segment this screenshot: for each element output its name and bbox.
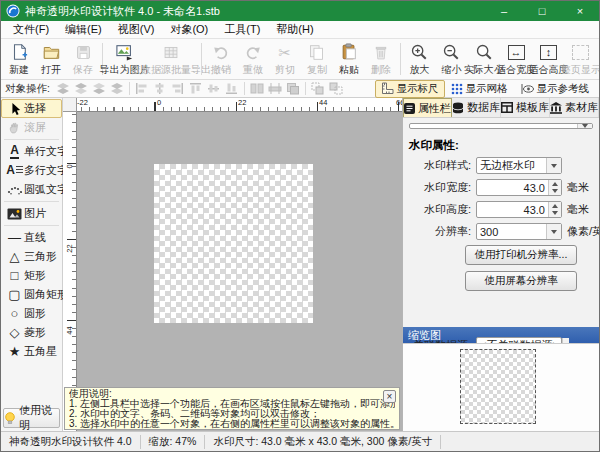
tool-multi-line-text[interactable]: A 多行文字 bbox=[1, 161, 62, 180]
tool-rectangle[interactable]: □ 矩形 bbox=[1, 266, 62, 285]
show-grid-toggle[interactable]: 显示网格 bbox=[445, 80, 514, 98]
menu-file[interactable]: 文件(F) bbox=[5, 20, 57, 39]
spinner-icon[interactable] bbox=[548, 180, 561, 195]
style-dropdown[interactable]: 无边框水印 bbox=[476, 157, 562, 174]
group-icon[interactable] bbox=[309, 81, 327, 96]
object-operation-bar: 对象操作: 显示标尺 显示网格 显示参 bbox=[1, 80, 599, 98]
use-screen-resolution-button[interactable]: 使用屏幕分辨率 bbox=[465, 271, 577, 291]
menu-help[interactable]: 帮助(H) bbox=[268, 20, 321, 39]
star-icon: ★ bbox=[5, 345, 24, 358]
show-ruler-toggle[interactable]: 显示标尺 bbox=[375, 80, 445, 98]
close-button[interactable]: × bbox=[561, 1, 599, 21]
lightbulb-icon bbox=[4, 412, 16, 425]
object-selector-dropdown[interactable] bbox=[409, 123, 593, 129]
menu-tools[interactable]: 工具(T) bbox=[216, 20, 268, 39]
resolution-unit: 像素/英寸 bbox=[567, 224, 600, 239]
fit-width-button[interactable]: ↔ 适合宽度 bbox=[500, 40, 532, 78]
tool-diamond[interactable]: ◇ 菱形 bbox=[1, 323, 62, 342]
actual-size-button[interactable]: 实际大小 bbox=[467, 40, 499, 78]
copy-button[interactable]: 复制 bbox=[301, 40, 333, 78]
tab-materials[interactable]: 素材库 bbox=[550, 98, 599, 117]
app-logo-icon bbox=[6, 4, 20, 18]
delete-icon bbox=[373, 42, 389, 62]
copy-icon bbox=[308, 42, 325, 62]
sidebar-separator bbox=[4, 139, 59, 140]
chevron-down-icon bbox=[546, 224, 561, 239]
info-close-icon[interactable]: × bbox=[383, 390, 396, 403]
resolution-dropdown[interactable]: 300 bbox=[476, 223, 562, 240]
status-watermark-size: 水印尺寸: 43.0 毫米 x 43.0 毫米, 300 像素/英寸 bbox=[205, 435, 441, 449]
watermark-artboard[interactable] bbox=[154, 164, 313, 323]
tool-arc-text[interactable]: 圆弧文字 bbox=[1, 180, 62, 199]
fit-width-icon: ↔ bbox=[508, 42, 525, 62]
layer-front-icon[interactable] bbox=[54, 81, 72, 96]
use-printer-resolution-button[interactable]: 使用打印机分辨率... bbox=[465, 245, 577, 265]
undo-icon bbox=[212, 42, 230, 62]
show-guides-toggle[interactable]: 显示参考线 bbox=[514, 80, 596, 98]
maximize-button[interactable]: □ bbox=[523, 1, 561, 21]
resolution-label: 分辨率: bbox=[409, 224, 471, 239]
equal-width-icon[interactable] bbox=[248, 81, 266, 96]
align-left-icon[interactable] bbox=[133, 81, 151, 96]
tool-pan[interactable]: 滚屏 bbox=[1, 118, 62, 137]
undo-button[interactable]: 撤销 bbox=[205, 40, 237, 78]
tab-database[interactable]: 数据库 bbox=[452, 98, 501, 117]
align-center-horizontal-icon[interactable] bbox=[151, 81, 169, 96]
help-instructions-button[interactable]: 使用说明 bbox=[3, 408, 60, 428]
open-folder-icon bbox=[42, 42, 61, 62]
tool-line[interactable]: — 直线 bbox=[1, 228, 62, 247]
ungroup-icon[interactable] bbox=[327, 81, 345, 96]
tool-circle[interactable]: ○ 圆形 bbox=[1, 304, 62, 323]
minimize-button[interactable]: – bbox=[485, 1, 523, 21]
new-button[interactable]: 新建 bbox=[3, 40, 35, 78]
height-stepper[interactable]: 43.0 bbox=[476, 201, 562, 218]
image-icon bbox=[5, 208, 24, 220]
save-button[interactable]: 保存 bbox=[67, 40, 99, 78]
tool-rounded-rectangle[interactable]: ▢ 圆角矩形 bbox=[1, 285, 62, 304]
style-label: 水印样式: bbox=[409, 158, 471, 173]
tool-triangle[interactable]: △ 三角形 bbox=[1, 247, 62, 266]
paste-button[interactable]: 粘贴 bbox=[333, 40, 365, 78]
tab-templates[interactable]: 模板库 bbox=[501, 98, 550, 117]
equal-height-icon[interactable] bbox=[266, 81, 284, 96]
redo-button[interactable]: 重做 bbox=[237, 40, 269, 78]
watermark-properties-heading: 水印属性: bbox=[409, 138, 593, 153]
menu-edit[interactable]: 编辑(E) bbox=[57, 20, 110, 39]
spinner-icon[interactable] bbox=[548, 202, 561, 217]
align-right-icon[interactable] bbox=[169, 81, 187, 96]
batch-export-button[interactable]: 依数据源批量导出 bbox=[144, 40, 199, 78]
menu-view[interactable]: 视图(V) bbox=[110, 20, 163, 39]
panel-tabs: 属性栏 数据库 模板库 素材库 bbox=[403, 98, 599, 118]
triangle-icon: △ bbox=[5, 250, 24, 263]
paste-icon bbox=[340, 42, 358, 62]
design-canvas[interactable] bbox=[77, 112, 402, 431]
align-top-icon[interactable] bbox=[187, 81, 205, 96]
info-line: 2. 水印中的文字、条码、二维码等对象均可以双击修改； bbox=[69, 409, 395, 419]
tool-single-line-text[interactable]: A 单行文字 bbox=[1, 142, 62, 161]
tool-image[interactable]: 图片 bbox=[1, 204, 62, 223]
save-icon bbox=[75, 42, 92, 62]
layer-backward-icon[interactable] bbox=[90, 81, 108, 96]
redo-icon bbox=[244, 42, 262, 62]
toolbar-separator bbox=[305, 82, 306, 95]
tab-properties[interactable]: 属性栏 bbox=[403, 98, 452, 117]
open-button[interactable]: 打开 bbox=[35, 40, 67, 78]
width-stepper[interactable]: 43.0 bbox=[476, 179, 562, 196]
tool-star[interactable]: ★ 五角星 bbox=[1, 342, 62, 361]
fit-height-button[interactable]: ↕ 适合高度 bbox=[532, 40, 564, 78]
equal-size-icon[interactable] bbox=[284, 81, 302, 96]
title-bar: 神奇透明水印设计软件 4.0 - 未命名1.stb – □ × bbox=[1, 1, 599, 21]
zoom-out-button[interactable]: 缩小 bbox=[435, 40, 467, 78]
align-middle-vertical-icon[interactable] bbox=[205, 81, 223, 96]
layer-forward-icon[interactable] bbox=[72, 81, 90, 96]
delete-button[interactable]: 删除 bbox=[365, 40, 397, 78]
thumbnail-watermark bbox=[460, 349, 536, 424]
layer-back-icon[interactable] bbox=[108, 81, 126, 96]
menu-object[interactable]: 对象(O) bbox=[162, 20, 216, 39]
tool-select[interactable]: 选择 bbox=[1, 99, 62, 118]
align-bottom-icon[interactable] bbox=[223, 81, 241, 96]
cut-button[interactable]: ✂ 剪切 bbox=[269, 40, 301, 78]
fit-page-button[interactable]: 整页显示 bbox=[565, 40, 597, 78]
zoom-in-button[interactable]: 放大 bbox=[403, 40, 435, 78]
toolbar-separator bbox=[201, 43, 202, 75]
